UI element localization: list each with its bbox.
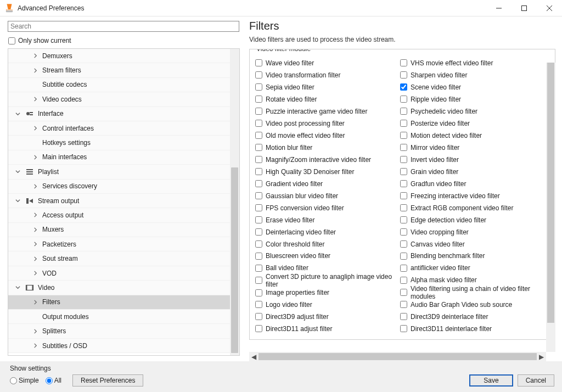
chevron-down-icon[interactable] [14,169,21,174]
filter-checkbox[interactable] [400,83,407,91]
filter-mirror-video-filter[interactable]: Mirror video filter [400,142,549,154]
filter-scene-video-filter[interactable]: Scene video filter [400,81,549,93]
filter-deinterlacing-video-filter[interactable]: Deinterlacing video filter [255,226,396,238]
filter-checkbox[interactable] [400,156,407,163]
tree-item-video[interactable]: Video [8,281,230,295]
filter-fps-conversion-video-filter[interactable]: FPS conversion video filter [255,202,396,214]
filter-checkbox[interactable] [400,204,407,211]
filter-checkbox[interactable] [255,168,262,175]
chevron-right-icon[interactable] [31,97,39,102]
tree-item-muxers[interactable]: Muxers [8,223,230,237]
hscroll-right-arrow[interactable]: ▶ [537,352,546,361]
filter-freezing-interactive-video-filter[interactable]: Freezing interactive video filter [400,190,549,202]
filter-checkbox[interactable] [400,144,407,151]
filter-checkbox[interactable] [400,120,407,127]
filter-checkbox[interactable] [255,192,262,199]
filter-rotate-video-filter[interactable]: Rotate video filter [255,93,396,105]
tree-scrollbar[interactable] [230,49,239,355]
chevron-right-icon[interactable] [31,126,39,131]
filter-magnify-zoom-interactive-video-filter[interactable]: Magnify/Zoom interactive video filter [255,154,396,166]
reset-preferences-button[interactable]: Reset Preferences [72,374,143,387]
filter-checkbox[interactable] [400,277,407,284]
filter-checkbox[interactable] [255,96,262,103]
filter-gradfun-video-filter[interactable]: Gradfun video filter [400,178,549,190]
tree-item-control-interfaces[interactable]: Control interfaces [8,121,230,136]
chevron-right-icon[interactable] [31,184,39,189]
tree-item-filters[interactable]: Filters [8,295,230,310]
filter-checkbox[interactable] [400,301,407,308]
close-button[interactable] [537,0,562,16]
filter-checkbox[interactable] [255,265,262,272]
tree-item-access-output[interactable]: Access output [8,208,230,222]
tree-item-interface[interactable]: Interface [8,107,230,121]
filter-checkbox[interactable] [255,108,262,115]
filter-checkbox[interactable] [400,132,407,139]
filter-checkbox[interactable] [255,228,262,236]
filter-checkbox[interactable] [400,240,407,248]
filter-checkbox[interactable] [255,289,262,296]
filter-logo-video-filter[interactable]: Logo video filter [255,299,396,311]
cancel-button[interactable]: Cancel [518,374,554,387]
filter-checkbox[interactable] [255,83,262,91]
tree-item-sout-stream[interactable]: Sout stream [8,251,230,266]
filter-motion-detect-video-filter[interactable]: Motion detect video filter [400,130,549,142]
filter-canvas-video-filter[interactable]: Canvas video filter [400,238,549,250]
filter-checkbox[interactable] [400,59,407,66]
filter-image-properties-filter[interactable]: Image properties filter [255,287,396,299]
filter-erase-video-filter[interactable]: Erase video filter [255,214,396,226]
filter-antiflicker-video-filter[interactable]: antiflicker video filter [400,262,549,274]
all-radio[interactable]: All [46,377,61,384]
chevron-right-icon[interactable] [31,271,39,276]
chevron-down-icon[interactable] [14,111,21,116]
filter-sharpen-video-filter[interactable]: Sharpen video filter [400,69,549,81]
chevron-right-icon[interactable] [31,300,39,305]
right-horizontal-scroll-thumb[interactable] [258,353,537,360]
chevron-right-icon[interactable] [31,227,39,232]
chevron-right-icon[interactable] [31,256,39,261]
filter-checkbox[interactable] [400,313,407,320]
filter-video-transformation-filter[interactable]: Video transformation filter [255,69,396,81]
right-vertical-scroll-thumb[interactable] [547,63,554,323]
filter-bluescreen-video-filter[interactable]: Bluescreen video filter [255,250,396,262]
filter-checkbox[interactable] [255,277,262,284]
filter-high-quality-3d-denoiser-filter[interactable]: High Quality 3D Denoiser filter [255,166,396,178]
filter-checkbox[interactable] [400,228,407,236]
filter-checkbox[interactable] [255,71,262,79]
filter-old-movie-effect-video-filter[interactable]: Old movie effect video filter [255,130,396,142]
filter-audio-bar-graph-video-sub-source[interactable]: Audio Bar Graph Video sub source [400,299,549,311]
chevron-down-icon[interactable] [14,198,21,203]
tree-item-demuxers[interactable]: Demuxers [8,49,230,63]
filter-checkbox[interactable] [400,216,407,223]
hscroll-left-arrow[interactable]: ◀ [249,352,258,361]
filter-checkbox[interactable] [255,180,262,187]
chevron-right-icon[interactable] [31,68,39,73]
tree-item-packetizers[interactable]: Packetizers [8,237,230,251]
filter-direct3d9-adjust-filter[interactable]: Direct3D9 adjust filter [255,311,396,323]
filter-checkbox[interactable] [400,253,407,260]
filter-video-filtering-using-a-chain-of-video-filter-modules[interactable]: Video filtering using a chain of video f… [400,286,549,299]
only-show-current-checkbox[interactable]: Only show current [8,34,238,47]
right-vertical-scrollbar[interactable] [546,63,555,352]
filter-sepia-video-filter[interactable]: Sepia video filter [255,81,396,93]
filter-motion-blur-filter[interactable]: Motion blur filter [255,142,396,154]
simple-radio[interactable]: Simple [10,377,39,384]
filter-checkbox[interactable] [400,108,407,115]
filter-checkbox[interactable] [400,168,407,175]
tree-item-splitters[interactable]: Splitters [8,324,230,338]
filter-checkbox[interactable] [255,156,262,163]
tree-item-stream-filters[interactable]: Stream filters [8,63,230,77]
filter-checkbox[interactable] [400,180,407,187]
filter-checkbox[interactable] [255,240,262,248]
filter-checkbox[interactable] [255,59,262,66]
filter-direct3d11-deinterlace-filter[interactable]: Direct3D11 deinterlace filter [400,323,549,335]
filter-checkbox[interactable] [400,96,407,103]
filter-edge-detection-video-filter[interactable]: Edge detection video filter [400,214,549,226]
tree-item-main-interfaces[interactable]: Main interfaces [8,150,230,165]
filter-grain-video-filter[interactable]: Grain video filter [400,166,549,178]
filter-ripple-video-filter[interactable]: Ripple video filter [400,93,549,105]
chevron-right-icon[interactable] [31,343,39,348]
filter-checkbox[interactable] [400,289,407,296]
filter-checkbox[interactable] [255,253,262,260]
filter-checkbox[interactable] [255,120,262,127]
filter-invert-video-filter[interactable]: Invert video filter [400,154,549,166]
